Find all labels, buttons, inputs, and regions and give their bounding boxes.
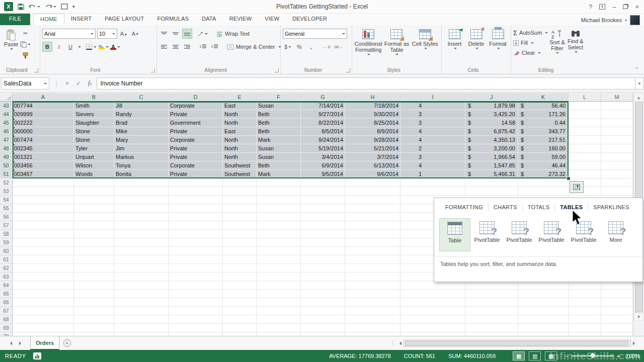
cell-C48[interactable]: Jim xyxy=(114,144,169,153)
cell-H69[interactable] xyxy=(345,324,400,332)
cell-L67[interactable] xyxy=(569,307,601,315)
cell-E55[interactable] xyxy=(223,204,257,213)
cell-D46[interactable]: Private xyxy=(169,127,223,136)
cell-H65[interactable] xyxy=(345,290,400,298)
cell-H44[interactable]: 9/30/2014 xyxy=(345,110,400,119)
cell-B52[interactable] xyxy=(74,178,114,187)
splitter-grip[interactable]: ⋮ xyxy=(390,340,395,346)
percent-style-button[interactable]: % xyxy=(294,42,304,52)
format-painter-button[interactable] xyxy=(20,50,31,60)
cell-E69[interactable] xyxy=(223,324,257,332)
cell-L46[interactable] xyxy=(569,127,601,136)
cell-C58[interactable] xyxy=(114,230,169,238)
bold-button[interactable]: B xyxy=(42,42,52,52)
cell-A55[interactable] xyxy=(13,204,74,213)
fill-color-button[interactable] xyxy=(98,42,109,52)
cell-J52[interactable] xyxy=(465,178,518,187)
cell-I50[interactable]: 4 xyxy=(400,161,465,170)
cell-H70[interactable] xyxy=(345,332,400,336)
cell-D45[interactable]: Government xyxy=(169,119,223,127)
cell-H53[interactable] xyxy=(345,187,400,196)
cell-D66[interactable] xyxy=(169,298,223,307)
column-header-D[interactable]: D xyxy=(169,93,223,102)
conditional-formatting-button[interactable]: Conditional Formatting xyxy=(354,27,382,66)
cell-J66[interactable] xyxy=(465,298,518,307)
cell-H58[interactable] xyxy=(345,230,400,238)
cell-B69[interactable] xyxy=(74,324,114,332)
cell-F53[interactable] xyxy=(257,187,301,196)
tab-developer[interactable]: DEVELOPER xyxy=(286,14,334,25)
column-header-H[interactable]: H xyxy=(345,93,400,102)
cell-K64[interactable] xyxy=(518,281,569,290)
cell-L65[interactable] xyxy=(569,290,601,298)
cell-M52[interactable] xyxy=(601,178,633,187)
cell-I68[interactable] xyxy=(400,315,465,324)
cell-A65[interactable] xyxy=(13,290,74,298)
customize-qat-button[interactable]: ▾ xyxy=(72,4,75,9)
cell-D67[interactable] xyxy=(169,307,223,315)
cell-B51[interactable]: Woods xyxy=(74,170,114,178)
cell-E66[interactable] xyxy=(223,298,257,307)
row-header-55[interactable]: 55 xyxy=(0,204,13,213)
cell-F50[interactable]: Beth xyxy=(257,161,301,170)
cell-A45[interactable]: 002222 xyxy=(13,119,74,127)
cell-K48[interactable]: $160.00 xyxy=(518,144,569,153)
cell-G55[interactable] xyxy=(301,204,345,213)
cell-F48[interactable]: Susan xyxy=(257,144,301,153)
cell-I43[interactable]: 4 xyxy=(400,102,465,110)
cell-L49[interactable] xyxy=(569,153,601,161)
column-header-E[interactable]: E xyxy=(223,93,257,102)
cell-D70[interactable] xyxy=(169,332,223,336)
cell-H54[interactable] xyxy=(345,196,400,204)
decrease-font-button[interactable]: A▼ xyxy=(130,29,140,39)
middle-align-button[interactable] xyxy=(171,29,181,39)
cell-B48[interactable]: Tyler xyxy=(74,144,114,153)
cell-B45[interactable]: Slaughter xyxy=(74,119,114,127)
cell-K52[interactable] xyxy=(518,178,569,187)
row-header-49[interactable]: 49 xyxy=(0,153,13,161)
cell-B61[interactable] xyxy=(74,255,114,264)
cell-L69[interactable] xyxy=(569,324,601,332)
cell-D57[interactable] xyxy=(169,221,223,230)
cell-G67[interactable] xyxy=(301,307,345,315)
cell-F51[interactable]: Mark xyxy=(257,170,301,178)
zoom-slider[interactable] xyxy=(572,355,614,356)
qa-tab-sparklines[interactable]: SPARKLINES xyxy=(588,203,634,211)
hscroll-left-button[interactable] xyxy=(397,341,401,345)
cell-A50[interactable]: 003456 xyxy=(13,161,74,170)
cell-A52[interactable] xyxy=(13,178,74,187)
cell-J64[interactable] xyxy=(465,281,518,290)
next-sheet-button[interactable] xyxy=(19,341,23,345)
cell-A44[interactable]: 009999 xyxy=(13,110,74,119)
cell-A60[interactable] xyxy=(13,247,74,255)
cell-G62[interactable] xyxy=(301,264,345,273)
cell-I44[interactable]: 3 xyxy=(400,110,465,119)
cell-E60[interactable] xyxy=(223,247,257,255)
cell-F68[interactable] xyxy=(257,315,301,324)
copy-button[interactable] xyxy=(20,39,31,49)
cell-E64[interactable] xyxy=(223,281,257,290)
cell-D47[interactable]: Corporate xyxy=(169,136,223,144)
font-dialog-launcher[interactable] xyxy=(151,68,155,72)
cell-B60[interactable] xyxy=(74,247,114,255)
cell-M50[interactable] xyxy=(601,161,633,170)
cell-H45[interactable]: 8/25/2014 xyxy=(345,119,400,127)
restore-button[interactable] xyxy=(623,5,628,9)
cell-B54[interactable] xyxy=(74,196,114,204)
increase-indent-button[interactable] xyxy=(209,42,219,52)
cell-L70[interactable] xyxy=(569,332,601,336)
cell-G61[interactable] xyxy=(301,255,345,264)
cell-C62[interactable] xyxy=(114,264,169,273)
cell-I65[interactable] xyxy=(400,290,465,298)
cell-G51[interactable]: 9/5/2014 xyxy=(301,170,345,178)
row-header-60[interactable]: 60 xyxy=(0,247,13,255)
cell-K66[interactable] xyxy=(518,298,569,307)
cell-D61[interactable] xyxy=(169,255,223,264)
cell-E52[interactable] xyxy=(223,178,257,187)
cell-F70[interactable] xyxy=(257,332,301,336)
cell-G70[interactable] xyxy=(301,332,345,336)
cell-B68[interactable] xyxy=(74,315,114,324)
column-header-A[interactable]: A xyxy=(13,93,74,102)
cell-C54[interactable] xyxy=(114,196,169,204)
macro-record-button[interactable] xyxy=(33,352,41,359)
